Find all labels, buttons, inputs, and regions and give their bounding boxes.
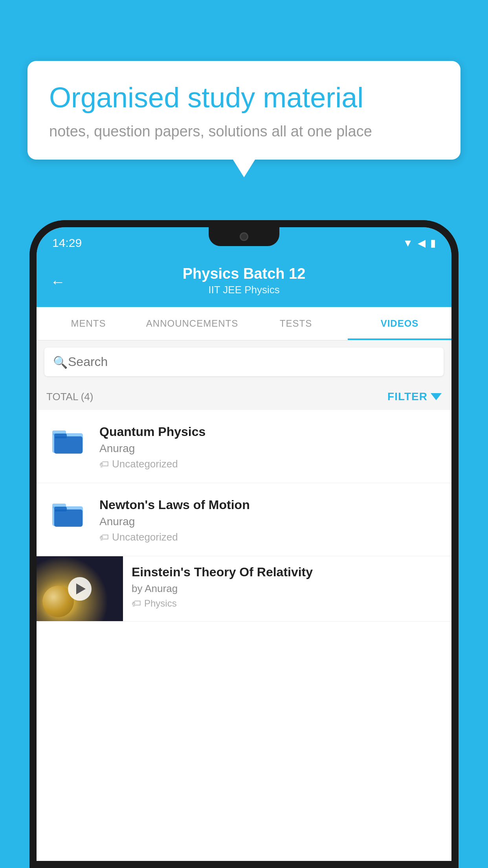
- status-icons: ▼ ◀ ▮: [403, 237, 436, 249]
- item-tag: 🏷 Uncategorized: [99, 458, 442, 470]
- item-info: Einstein's Theory Of Relativity by Anura…: [123, 556, 451, 618]
- item-tag: 🏷 Physics: [132, 598, 443, 609]
- folder-icon: [50, 425, 86, 456]
- list-item[interactable]: Einstein's Theory Of Relativity by Anura…: [37, 556, 451, 622]
- header-title: Physics Batch 12: [50, 265, 438, 282]
- tag-label: Physics: [144, 598, 177, 609]
- front-camera: [240, 232, 248, 241]
- item-title: Quantum Physics: [99, 425, 442, 439]
- tag-icon: 🏷: [132, 598, 141, 609]
- wifi-icon: ▼: [403, 237, 413, 249]
- filter-icon: [431, 393, 442, 400]
- tag-icon: 🏷: [99, 532, 109, 543]
- back-button[interactable]: ←: [50, 274, 65, 291]
- tag-label: Uncategorized: [112, 531, 178, 543]
- item-author: Anurag: [99, 515, 442, 528]
- search-wrapper: 🔍: [44, 348, 444, 376]
- video-list: Quantum Physics Anurag 🏷 Uncategorized: [37, 410, 451, 622]
- tab-videos[interactable]: VIDEOS: [348, 307, 451, 340]
- bubble-subtitle: notes, question papers, solutions all at…: [49, 123, 439, 140]
- tab-ments[interactable]: MENTS: [37, 307, 140, 340]
- play-button[interactable]: [68, 577, 92, 601]
- battery-icon: ▮: [430, 237, 436, 249]
- item-thumbnail: [46, 496, 90, 531]
- item-author: Anurag: [99, 442, 442, 455]
- bubble-title: Organised study material: [49, 81, 439, 114]
- list-item[interactable]: Newton's Laws of Motion Anurag 🏷 Uncateg…: [37, 483, 451, 556]
- signal-icon: ◀: [418, 237, 426, 249]
- phone-frame: 14:29 ▼ ◀ ▮ ← Physics Batch 12 IIT JEE P…: [29, 220, 459, 868]
- app-header: ← Physics Batch 12 IIT JEE Physics: [37, 257, 451, 307]
- filter-bar: TOTAL (4) FILTER: [37, 383, 451, 410]
- list-item[interactable]: Quantum Physics Anurag 🏷 Uncategorized: [37, 410, 451, 483]
- phone-notch: [209, 227, 279, 246]
- tab-announcements[interactable]: ANNOUNCEMENTS: [140, 307, 244, 340]
- tag-icon: 🏷: [99, 459, 109, 470]
- play-icon: [76, 583, 86, 594]
- item-thumbnail: [46, 423, 90, 458]
- svg-rect-2: [54, 436, 83, 454]
- search-container: 🔍: [37, 340, 451, 383]
- speech-bubble: Organised study material notes, question…: [28, 61, 460, 160]
- item-title: Newton's Laws of Motion: [99, 498, 442, 512]
- tag-label: Uncategorized: [112, 458, 178, 470]
- folder-icon: [50, 498, 86, 529]
- item-tag: 🏷 Uncategorized: [99, 531, 442, 543]
- item-info: Newton's Laws of Motion Anurag 🏷 Uncateg…: [99, 496, 442, 543]
- tab-bar: MENTS ANNOUNCEMENTS TESTS VIDEOS: [37, 307, 451, 340]
- search-input[interactable]: [44, 348, 444, 376]
- filter-button[interactable]: FILTER: [387, 390, 442, 403]
- item-title: Einstein's Theory Of Relativity: [132, 565, 443, 579]
- phone-screen: 14:29 ▼ ◀ ▮ ← Physics Batch 12 IIT JEE P…: [37, 227, 451, 868]
- item-author: by Anurag: [132, 583, 443, 595]
- svg-rect-3: [54, 434, 67, 438]
- tab-tests[interactable]: TESTS: [244, 307, 348, 340]
- video-thumbnail-image: [37, 556, 123, 621]
- search-icon: 🔍: [53, 355, 68, 369]
- total-count: TOTAL (4): [46, 391, 93, 403]
- item-info: Quantum Physics Anurag 🏷 Uncategorized: [99, 423, 442, 470]
- svg-rect-7: [54, 507, 67, 511]
- filter-label: FILTER: [387, 390, 427, 403]
- header-subtitle: IIT JEE Physics: [50, 284, 438, 296]
- status-time: 14:29: [52, 236, 82, 250]
- speech-bubble-container: Organised study material notes, question…: [28, 61, 460, 160]
- svg-rect-6: [54, 509, 83, 527]
